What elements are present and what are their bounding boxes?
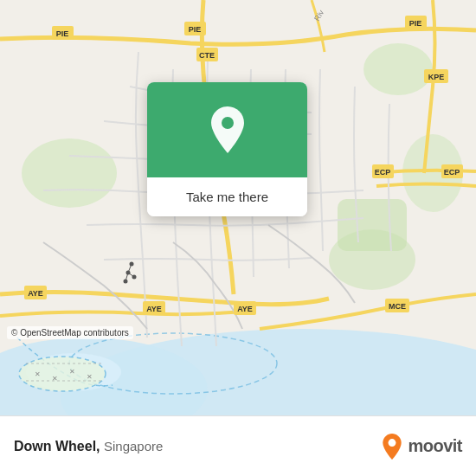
svg-text:PIE: PIE xyxy=(409,19,422,28)
moovit-text: moovit xyxy=(408,436,462,456)
place-separator: , xyxy=(96,439,104,453)
svg-text:AYE: AYE xyxy=(28,289,43,298)
svg-text:MCE: MCE xyxy=(389,302,406,311)
moovit-pin-icon xyxy=(380,433,404,460)
svg-text:PIE: PIE xyxy=(56,29,69,38)
svg-text:CTE: CTE xyxy=(199,51,215,60)
svg-point-6 xyxy=(363,43,433,95)
location-card: Take me there xyxy=(147,82,307,216)
svg-point-48 xyxy=(389,439,396,447)
svg-text:ECP: ECP xyxy=(444,168,460,177)
svg-point-47 xyxy=(222,117,234,129)
svg-point-33 xyxy=(19,357,106,391)
bottom-bar: Down Wheel, Singapore moovit xyxy=(0,415,476,476)
place-name-text: Down Wheel xyxy=(14,439,96,453)
location-pin-icon xyxy=(207,105,248,155)
card-green-area xyxy=(147,82,307,177)
svg-text:AYE: AYE xyxy=(237,305,253,313)
svg-text:KPE: KPE xyxy=(428,73,445,81)
place-info: Down Wheel, Singapore xyxy=(14,439,163,454)
place-name: Down Wheel, Singapore xyxy=(14,439,163,454)
map-attribution: © OpenStreetMap contributors xyxy=(7,326,133,339)
moovit-logo: moovit xyxy=(380,433,462,460)
svg-point-5 xyxy=(22,138,117,208)
svg-text:✕: ✕ xyxy=(52,375,58,383)
svg-text:✕: ✕ xyxy=(35,370,41,378)
take-me-there-button[interactable]: Take me there xyxy=(147,177,307,216)
svg-text:✕: ✕ xyxy=(87,373,93,381)
svg-text:ECP: ECP xyxy=(375,168,391,177)
place-country-text: Singapore xyxy=(104,439,163,453)
svg-text:✕: ✕ xyxy=(69,368,75,376)
svg-text:PIE: PIE xyxy=(189,25,202,34)
svg-text:AYE: AYE xyxy=(146,305,162,313)
map-container: PIE PIE PIE CTE KPE ECP ECP AYE AYE AYE … xyxy=(0,0,476,415)
svg-point-9 xyxy=(329,229,415,290)
